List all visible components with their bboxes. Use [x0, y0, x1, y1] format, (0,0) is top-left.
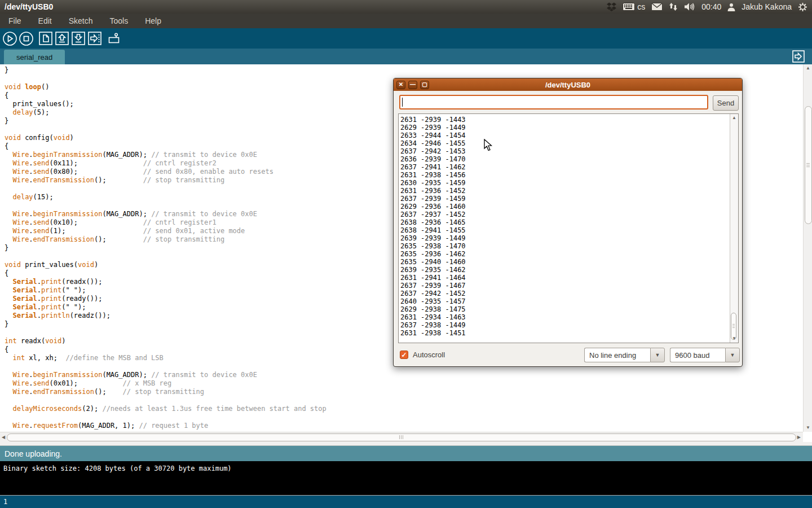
- line-number-indicator: 1: [3, 498, 7, 506]
- footer-bar: 1: [0, 496, 812, 508]
- code-line: [5, 396, 326, 405]
- mail-icon[interactable]: [651, 3, 663, 11]
- serial-output-line: 2631 -2936 -1452: [400, 187, 729, 195]
- serial-output-line: 2635 -2940 -1460: [400, 258, 729, 266]
- tab-bar: serial_read: [0, 49, 812, 64]
- serial-output-line: 2637 -2942 -1452: [400, 290, 729, 297]
- code-line: int readx(void): [5, 337, 326, 345]
- system-tray: cs 00:40 Jakub Kakona: [607, 2, 812, 12]
- arduino-ide-screen: /dev/ttyUSB0 cs 00:40 Jakub Kakona: [0, 0, 812, 508]
- mouse-cursor: [484, 139, 493, 154]
- scroll-down-icon[interactable]: ▼: [732, 336, 736, 341]
- stop-button[interactable]: [19, 31, 34, 46]
- code-line: Wire.send(0x11); // cntrl register2: [5, 159, 326, 168]
- code-lines: }void loop(){ print_values(); delay(5);}…: [5, 66, 326, 430]
- code-line: Serial.print(ready());: [5, 295, 326, 303]
- code-line: Wire.endTransmission(); // stop transmit…: [5, 176, 326, 185]
- code-line: [5, 202, 326, 210]
- menu-help[interactable]: Help: [136, 14, 170, 28]
- serial-output-line: 2633 -2944 -1454: [400, 132, 729, 139]
- keyboard-layout-icon[interactable]: cs: [623, 2, 645, 11]
- upload-button[interactable]: [87, 31, 102, 46]
- code-line: Serial.print(" ");: [5, 303, 326, 312]
- close-icon[interactable]: ✕: [396, 81, 405, 89]
- serial-output-line: 2637 -2939 -1459: [400, 195, 729, 203]
- serial-monitor-button[interactable]: [106, 31, 121, 46]
- menu-sketch[interactable]: Sketch: [60, 14, 102, 28]
- volume-icon[interactable]: [684, 2, 695, 11]
- chevron-down-icon[interactable]: ▼: [650, 348, 665, 362]
- tab-serial-read[interactable]: serial_read: [4, 50, 65, 64]
- serial-output-line: 2634 -2946 -1455: [400, 139, 729, 147]
- baud-rate-value: 9600 baud: [670, 348, 725, 362]
- open-sketch-button[interactable]: [54, 31, 69, 46]
- code-line: delay(5);: [5, 108, 326, 117]
- serial-output-line: 2629 -2938 -1475: [400, 305, 729, 313]
- serial-output-line: 2631 -2934 -1463: [400, 313, 729, 321]
- serial-output[interactable]: 2631 -2939 -14432629 -2939 -14492633 -29…: [398, 113, 739, 343]
- code-line: }: [5, 244, 326, 252]
- code-line: [5, 185, 326, 193]
- code-line: [5, 252, 326, 261]
- serial-output-line: 2631 -2939 -1443: [400, 116, 729, 124]
- scroll-up-icon[interactable]: ▲: [732, 116, 736, 120]
- autoscroll-label: Autoscroll: [413, 351, 445, 359]
- status-bar: Done uploading.: [0, 445, 812, 461]
- tab-menu-button[interactable]: [792, 50, 805, 63]
- baud-rate-dropdown[interactable]: 9600 baud ▼: [670, 348, 740, 362]
- autoscroll-checkbox[interactable]: ✓: [400, 351, 408, 359]
- chevron-down-icon[interactable]: ▼: [725, 348, 740, 362]
- code-line: Wire.beginTransmission(MAG_ADDR); // tra…: [5, 371, 326, 379]
- code-line: Wire.send(1); // send 0x01, active mode: [5, 227, 326, 235]
- code-line: }: [5, 117, 326, 125]
- maximize-icon[interactable]: ▢: [420, 81, 429, 89]
- editor-horizontal-scrollbar[interactable]: ◀ ▶: [0, 432, 803, 442]
- code-line: Wire.endTransmission(); // stop transmit…: [5, 235, 326, 244]
- menu-edit[interactable]: Edit: [30, 14, 60, 28]
- code-line: [5, 329, 326, 337]
- serial-output-line: 2639 -2935 -1462: [400, 266, 729, 274]
- code-line: Wire.endTransmission(); // stop transmit…: [5, 388, 326, 396]
- status-message: Done uploading.: [5, 449, 62, 458]
- editor-vertical-scrollbar[interactable]: ▲ ▼: [803, 64, 812, 432]
- dropbox-icon[interactable]: [607, 2, 616, 11]
- save-sketch-button[interactable]: [70, 31, 86, 46]
- code-line: Wire.beginTransmission(MAG_ADDR); // tra…: [5, 151, 326, 159]
- line-ending-dropdown[interactable]: No line ending ▼: [584, 348, 665, 362]
- code-line: [5, 413, 326, 422]
- session-gear-icon[interactable]: [798, 2, 807, 12]
- clock[interactable]: 00:40: [701, 2, 721, 11]
- scroll-down-icon[interactable]: ▼: [806, 426, 810, 430]
- serial-monitor-titlebar[interactable]: /dev/ttyUSB0 ✕ — ▢: [394, 78, 742, 91]
- code-line: {: [5, 142, 326, 151]
- menubar-items: FileEditSketchToolsHelp: [0, 14, 812, 28]
- scroll-left-icon[interactable]: ◀: [2, 435, 5, 440]
- serial-input[interactable]: [399, 95, 708, 110]
- serial-output-line: 2637 -2939 -1467: [400, 282, 729, 290]
- serial-monitor-window: /dev/ttyUSB0 ✕ — ▢ Send 2631 -2939 -1443…: [393, 78, 743, 367]
- window-title: /dev/ttyUSB0: [0, 2, 53, 11]
- serial-scrollbar[interactable]: ▲ ▼: [730, 114, 738, 343]
- menu-tools[interactable]: Tools: [102, 14, 137, 28]
- code-line: }: [5, 66, 326, 75]
- send-button[interactable]: Send: [713, 95, 739, 111]
- horizontal-scroll-thumb[interactable]: [7, 433, 796, 441]
- scroll-right-icon[interactable]: ▶: [797, 435, 801, 440]
- network-traffic-icon[interactable]: [669, 2, 678, 11]
- serial-output-line: 2635 -2936 -1462: [400, 250, 729, 258]
- code-line: }: [5, 320, 326, 329]
- serial-output-line: 2631 -2938 -1456: [400, 171, 729, 179]
- toolbar: [0, 28, 812, 49]
- new-sketch-button[interactable]: [38, 31, 53, 46]
- verify-button[interactable]: [2, 31, 17, 46]
- scroll-up-icon[interactable]: ▲: [806, 66, 810, 71]
- code-line: void config(void): [5, 134, 326, 142]
- username-label[interactable]: Jakub Kakona: [742, 2, 792, 11]
- serial-output-line: 2638 -2936 -1465: [400, 218, 729, 226]
- menu-file[interactable]: File: [0, 14, 30, 28]
- serial-output-line: 2636 -2939 -1470: [400, 155, 729, 163]
- code-line: int xl, xh; //define the MSB and LSB: [5, 354, 326, 362]
- serial-output-line: 2631 -2941 -1464: [400, 274, 729, 282]
- vertical-scroll-thumb[interactable]: [805, 106, 812, 224]
- minimize-icon[interactable]: —: [408, 81, 417, 89]
